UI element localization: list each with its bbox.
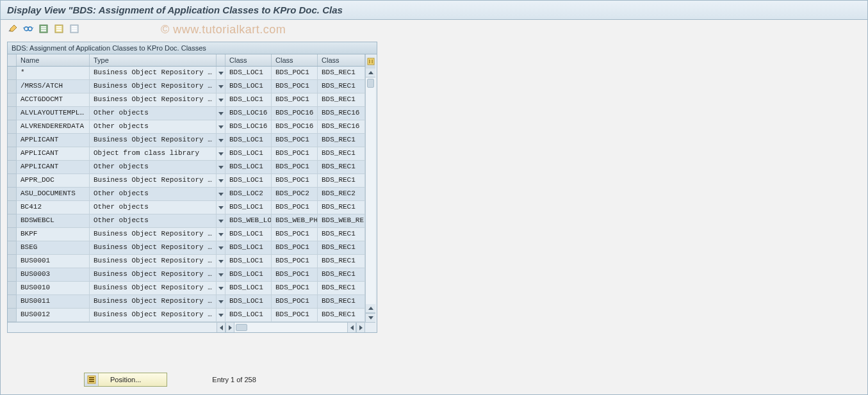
type-dropdown-button[interactable] <box>217 228 225 241</box>
cell-class3[interactable]: BDS_REC1 <box>318 228 365 241</box>
cell-class3[interactable]: BDS_REC1 <box>318 147 365 161</box>
row-selector[interactable] <box>8 268 17 282</box>
table-row[interactable]: APPR_DOCBusiness Object Repository …BDS_… <box>8 174 365 188</box>
position-button[interactable]: Position... <box>84 373 167 387</box>
type-dropdown-button[interactable] <box>217 255 225 268</box>
cell-class1[interactable]: BDS_LOC1 <box>225 147 272 161</box>
type-dropdown-button[interactable] <box>217 93 225 107</box>
table-row[interactable]: APPLICANTOther objectsBDS_LOC1BDS_POC1BD… <box>8 161 365 174</box>
cell-name[interactable]: ALVLAYOUTTEMPL… <box>17 107 90 120</box>
cell-class3[interactable]: BDS_REC1 <box>318 268 365 282</box>
configure-columns-button[interactable] <box>365 54 375 69</box>
cell-type[interactable]: Other objects <box>90 120 217 134</box>
cell-type[interactable]: Other objects <box>90 107 217 120</box>
cell-type[interactable]: Business Object Repository … <box>90 255 217 268</box>
table-row[interactable]: ACCTGDOCMTBusiness Object Repository …BD… <box>8 93 365 107</box>
cell-class3[interactable]: BDS_WEB_RE <box>318 214 365 228</box>
cell-class2[interactable]: BDS_POC1 <box>272 282 318 295</box>
type-dropdown-button[interactable] <box>217 201 225 214</box>
cell-class3[interactable]: BDS_REC1 <box>318 93 365 107</box>
cell-name[interactable]: ACCTGDOCMT <box>17 93 90 107</box>
cell-class1[interactable]: BDS_LOC16 <box>225 120 272 134</box>
cell-class2[interactable]: BDS_POC16 <box>272 120 318 134</box>
cell-class3[interactable]: BDS_REC1 <box>318 241 365 255</box>
cell-class1[interactable]: BDS_LOC1 <box>225 268 272 282</box>
hscroll-left2-button[interactable] <box>347 323 356 332</box>
hscroll-track[interactable] <box>234 323 347 332</box>
cell-name[interactable]: APPLICANT <box>17 161 90 174</box>
table-row[interactable]: *Business Object Repository …BDS_LOC1BDS… <box>8 67 365 80</box>
type-dropdown-button[interactable] <box>217 309 225 322</box>
type-dropdown-button[interactable] <box>217 67 225 80</box>
cell-name[interactable]: BUS0001 <box>17 255 90 268</box>
cell-class2[interactable]: BDS_POC1 <box>272 309 318 322</box>
cell-class1[interactable]: BDS_LOC1 <box>225 255 272 268</box>
hscroll-left-button[interactable] <box>217 323 225 332</box>
row-selector[interactable] <box>8 255 17 268</box>
type-dropdown-button[interactable] <box>217 107 225 120</box>
cell-class2[interactable]: BDS_POC2 <box>272 188 318 201</box>
cell-class1[interactable]: BDS_LOC1 <box>225 174 272 188</box>
vscroll-step-up-button[interactable] <box>366 304 375 313</box>
vscroll-down-button[interactable] <box>366 313 375 322</box>
table-row[interactable]: APPLICANTBusiness Object Repository …BDS… <box>8 134 365 147</box>
vscroll-thumb[interactable] <box>367 79 374 88</box>
cell-class2[interactable]: BDS_POC16 <box>272 107 318 120</box>
hscroll-right2-button[interactable] <box>356 323 365 332</box>
type-dropdown-button[interactable] <box>217 282 225 295</box>
display-button[interactable] <box>22 23 34 35</box>
type-dropdown-button[interactable] <box>217 214 225 228</box>
col-header-class1[interactable]: Class <box>225 54 272 66</box>
cell-type[interactable]: Business Object Repository … <box>90 268 217 282</box>
table-row[interactable]: BUS0010Business Object Repository …BDS_L… <box>8 282 365 295</box>
table-row[interactable]: BC412Other objectsBDS_LOC1BDS_POC1BDS_RE… <box>8 201 365 214</box>
deselect-all-button[interactable] <box>69 23 80 35</box>
cell-type[interactable]: Business Object Repository … <box>90 228 217 241</box>
table-row[interactable]: BSEGBusiness Object Repository …BDS_LOC1… <box>8 241 365 255</box>
cell-class3[interactable]: BDS_REC1 <box>318 295 365 309</box>
cell-class3[interactable]: BDS_REC1 <box>318 282 365 295</box>
cell-class3[interactable]: BDS_REC1 <box>318 67 365 80</box>
cell-class2[interactable]: BDS_POC1 <box>272 241 318 255</box>
cell-name[interactable]: BC412 <box>17 201 90 214</box>
type-dropdown-button[interactable] <box>217 147 225 161</box>
select-block-button[interactable] <box>38 23 49 35</box>
row-selector[interactable] <box>8 214 17 228</box>
type-dropdown-button[interactable] <box>217 174 225 188</box>
row-selector[interactable] <box>8 147 17 161</box>
cell-class2[interactable]: BDS_POC1 <box>272 67 318 80</box>
type-dropdown-button[interactable] <box>217 268 225 282</box>
cell-class1[interactable]: BDS_LOC1 <box>225 228 272 241</box>
cell-name[interactable]: APPR_DOC <box>17 174 90 188</box>
cell-class3[interactable]: BDS_REC1 <box>318 174 365 188</box>
col-header-type[interactable]: Type <box>90 54 217 66</box>
row-selector[interactable] <box>8 241 17 255</box>
cell-type[interactable]: Business Object Repository … <box>90 67 217 80</box>
cell-class2[interactable]: BDS_POC1 <box>272 228 318 241</box>
cell-class3[interactable]: BDS_REC1 <box>318 161 365 174</box>
cell-class1[interactable]: BDS_LOC1 <box>225 282 272 295</box>
cell-class2[interactable]: BDS_POC1 <box>272 161 318 174</box>
cell-name[interactable]: BUS0003 <box>17 268 90 282</box>
row-selector[interactable] <box>8 67 17 80</box>
cell-type[interactable]: Other objects <box>90 188 217 201</box>
cell-class2[interactable]: BDS_POC1 <box>272 201 318 214</box>
table-row[interactable]: BUS0011Business Object Repository …BDS_L… <box>8 295 365 309</box>
cell-class1[interactable]: BDS_LOC1 <box>225 309 272 322</box>
cell-type[interactable]: Business Object Repository … <box>90 174 217 188</box>
cell-class1[interactable]: BDS_LOC1 <box>225 295 272 309</box>
cell-class1[interactable]: BDS_LOC1 <box>225 67 272 80</box>
table-row[interactable]: BKPFBusiness Object Repository …BDS_LOC1… <box>8 228 365 241</box>
row-selector-header[interactable] <box>8 54 17 66</box>
cell-type[interactable]: Other objects <box>90 201 217 214</box>
row-selector[interactable] <box>8 107 17 120</box>
cell-name[interactable]: ASU_DOCUMENTS <box>17 188 90 201</box>
row-selector[interactable] <box>8 309 17 322</box>
cell-class2[interactable]: BDS_POC1 <box>272 174 318 188</box>
cell-class1[interactable]: BDS_LOC1 <box>225 161 272 174</box>
type-dropdown-button[interactable] <box>217 295 225 309</box>
cell-type[interactable]: Other objects <box>90 214 217 228</box>
vscroll-track[interactable] <box>366 77 375 304</box>
row-selector[interactable] <box>8 201 17 214</box>
cell-class2[interactable]: BDS_POC1 <box>272 255 318 268</box>
